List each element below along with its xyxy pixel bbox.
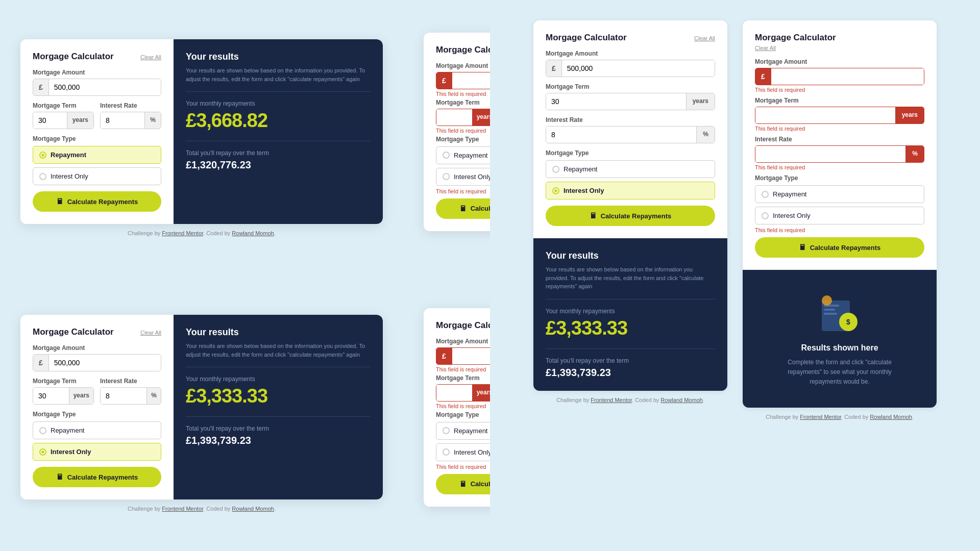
calc-icon-r1: 🖩 — [590, 212, 597, 220]
coded-by-link-r1[interactable]: Rowland Momoh — [660, 397, 703, 403]
amount-prefix-q4: £ — [436, 348, 452, 364]
coded-by-link-r2[interactable]: Rowland Momoh — [870, 414, 912, 420]
results-card-q1: Your results Your results are shown belo… — [174, 39, 383, 224]
svg-text:$: $ — [846, 318, 850, 326]
interest-only-option-r1[interactable]: Interest Only — [546, 182, 715, 199]
amount-label-r2: Mortgage Amount — [755, 58, 924, 65]
interest-only-option-q3[interactable]: Interest Only — [33, 443, 161, 461]
rate-input-r2[interactable] — [755, 146, 905, 162]
interest-radio-r1 — [552, 187, 559, 194]
term-input-r2[interactable] — [755, 107, 895, 123]
frontend-mentor-link-q3[interactable]: Frontend Mentor — [162, 506, 203, 512]
repayment-radio-q1 — [39, 152, 46, 159]
type-label-q1: Mortgage Type — [33, 135, 161, 142]
calc-button-r2[interactable]: 🖩 Calculate Repayments — [755, 237, 924, 258]
challenge-q1: Challenge by Frontend Mentor. Coded by R… — [20, 230, 383, 236]
calc-title-q3: Morgage Calculator — [33, 327, 114, 337]
repayment-radio-q3 — [39, 427, 46, 434]
results-illustration-r2: $ — [817, 290, 863, 336]
calc-icon-q1: 🖩 — [56, 197, 63, 206]
amount-prefix-q1: £ — [33, 79, 49, 95]
term-input-r1[interactable] — [546, 93, 686, 110]
results-empty-text-r2: Complete the form and click "calculate r… — [783, 358, 896, 387]
interest-radio-q2 — [443, 173, 450, 180]
rate-label-r2: Interest Rate — [755, 136, 924, 143]
rate-input-q3[interactable] — [101, 388, 146, 404]
term-input-q3[interactable] — [33, 388, 69, 404]
repayment-radio-r2 — [762, 191, 769, 198]
repayment-option-q1[interactable]: Repayment — [33, 146, 161, 164]
term-label-q4: Mortgage Term — [436, 374, 497, 382]
calc-btn-label-q1: Calculate Repayments — [67, 198, 138, 206]
results-divider2-q1 — [186, 141, 371, 141]
amount-error-r2: This field is required — [755, 87, 924, 93]
repayment-option-r2[interactable]: Repayment — [755, 185, 924, 203]
calc-button-q1[interactable]: 🖩 Calculate Repayments — [33, 191, 161, 212]
amount-input-q3[interactable] — [49, 355, 161, 371]
term-input-q2[interactable] — [436, 109, 472, 126]
repayment-label-q2: Repayment — [454, 152, 487, 159]
coded-by-link-q1[interactable]: Rowland Momoh — [232, 230, 274, 236]
amount-input-q1[interactable] — [49, 79, 161, 95]
calc-icon-q4: 🖩 — [459, 480, 467, 488]
interest-label-q4: Interest Only — [454, 448, 492, 456]
results-divider2-q3 — [186, 416, 371, 417]
term-error-q4: This field is required — [436, 403, 497, 409]
rate-suffix-r2: % — [905, 146, 924, 162]
coded-by-link-q3[interactable]: Rowland Momoh — [232, 506, 274, 512]
term-suffix-q3: years — [69, 388, 93, 404]
term-label-r1: Mortgage Term — [546, 83, 715, 90]
term-suffix-q1: years — [67, 112, 93, 129]
interest-label-q2: Interest Only — [454, 173, 492, 181]
svg-rect-16 — [824, 309, 835, 311]
calc-icon-r2: 🖩 — [799, 243, 806, 252]
rate-suffix-q3: % — [146, 388, 161, 404]
results-title-q1: Your results — [186, 52, 371, 62]
clear-all-q3[interactable]: Clear All — [140, 330, 161, 336]
rate-label-q3: Interest Rate — [100, 378, 161, 385]
calc-title-q1: Morgage Calculator — [33, 52, 114, 62]
interest-radio-q3 — [39, 448, 46, 456]
frontend-mentor-link-q1[interactable]: Frontend Mentor — [162, 230, 203, 236]
calc-title-r2: Morgage Calculator — [755, 33, 924, 43]
rate-label-r1: Interest Rate — [546, 116, 715, 123]
amount-label-q1: Mortgage Amount — [33, 69, 161, 76]
amount-input-r2[interactable] — [771, 68, 924, 85]
interest-radio-q1 — [39, 173, 46, 180]
term-suffix-r2: years — [895, 107, 924, 123]
repayment-radio-r1 — [552, 166, 559, 173]
frontend-mentor-link-r1[interactable]: Frontend Mentor — [591, 397, 632, 403]
results-title-r1: Your results — [546, 251, 715, 261]
clear-all-r2[interactable]: Clear All — [755, 45, 924, 51]
term-input-q4[interactable] — [436, 385, 472, 401]
term-input-q1[interactable] — [33, 112, 67, 129]
interest-label-q1: Interest Only — [51, 172, 88, 180]
amount-input-group-q1: £ — [33, 79, 161, 96]
calc-title-r1: Morgage Calculator — [546, 33, 627, 43]
amount-prefix-q3: £ — [33, 355, 49, 371]
repayment-radio-q2 — [443, 152, 450, 159]
results-card-q3: Your results Your results are shown belo… — [174, 315, 383, 499]
amount-label-r1: Mortgage Amount — [546, 50, 715, 57]
interest-only-option-q1[interactable]: Interest Only — [33, 167, 161, 185]
interest-label-q3: Interest Only — [51, 448, 91, 456]
term-suffix-r1: years — [686, 93, 715, 110]
rate-input-r1[interactable] — [546, 127, 696, 143]
frontend-mentor-link-r2[interactable]: Frontend Mentor — [800, 414, 841, 420]
amount-input-r1[interactable] — [562, 60, 715, 77]
term-label-q3: Mortgage Term — [33, 378, 94, 385]
calc-button-q3[interactable]: 🖩 Calculate Repayments — [33, 467, 161, 487]
interest-label-r1: Interest Only — [564, 187, 604, 194]
calc-button-r1[interactable]: 🖩 Calculate Repayments — [546, 206, 715, 226]
calc-btn-label-q3: Calculate Repayments — [67, 473, 138, 481]
repayment-label-r1: Repayment — [564, 165, 597, 173]
calc-btn-label-r1: Calculate Repayments — [601, 212, 672, 220]
results-card-r1: Your results Your results are shown belo… — [533, 238, 727, 391]
repayment-option-q3[interactable]: Repayment — [33, 421, 161, 439]
clear-all-r1[interactable]: Clear All — [694, 35, 715, 41]
interest-only-option-r2[interactable]: Interest Only — [755, 207, 924, 224]
results-title-q3: Your results — [186, 327, 371, 338]
repayment-option-r1[interactable]: Repayment — [546, 160, 715, 178]
rate-input-q1[interactable] — [101, 112, 144, 129]
clear-all-q1[interactable]: Clear All — [140, 54, 161, 60]
